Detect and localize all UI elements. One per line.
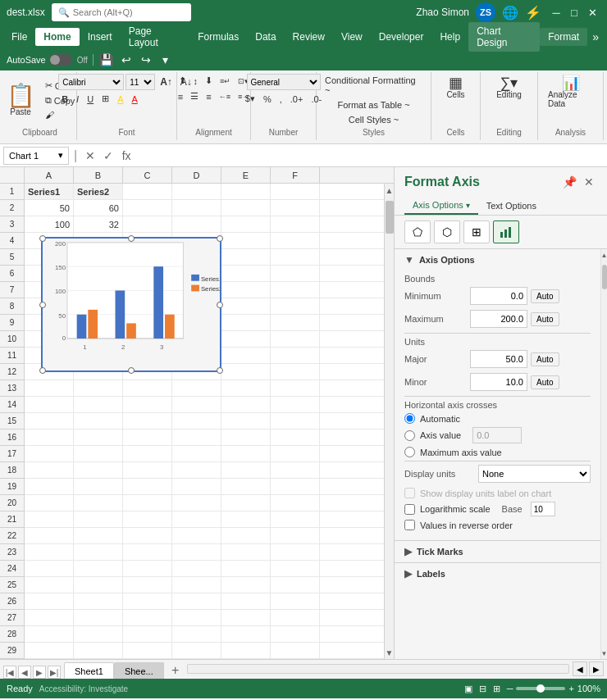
cell[interactable] [74, 380, 123, 396]
sheet-tab-sheet2[interactable]: Shee... [114, 662, 164, 679]
cell[interactable] [221, 430, 271, 445]
cell[interactable] [221, 577, 271, 593]
cell[interactable] [25, 380, 74, 396]
cell[interactable] [123, 626, 172, 642]
cell[interactable] [172, 610, 221, 625]
menu-data[interactable]: Data [247, 28, 284, 46]
row-num-19[interactable]: 19 [0, 479, 24, 495]
row-num-25[interactable]: 25 [0, 577, 24, 593]
save-button[interactable]: 💾 [98, 52, 115, 68]
cell[interactable] [271, 643, 320, 658]
cell[interactable] [74, 528, 123, 543]
cell[interactable]: 50 [25, 200, 74, 216]
cell[interactable] [74, 544, 123, 560]
row-num-5[interactable]: 5 [0, 249, 24, 266]
editing-button[interactable]: ∑▾ Editing [491, 74, 527, 101]
percent-button[interactable]: % [260, 92, 275, 106]
cell[interactable] [221, 495, 271, 511]
cell[interactable] [271, 348, 320, 363]
row-num-6[interactable]: 6 [0, 266, 24, 282]
cell[interactable] [74, 610, 123, 625]
cell[interactable] [271, 364, 320, 380]
row-num-2[interactable]: 2 [0, 200, 24, 216]
zoom-slider[interactable] [516, 687, 565, 690]
cell[interactable] [271, 184, 320, 199]
cell[interactable] [123, 413, 172, 429]
search-box[interactable]: 🔍 [52, 3, 191, 21]
panel-scroll-down-button[interactable]: ▼ [601, 648, 607, 659]
cell[interactable] [271, 216, 320, 232]
cell[interactable] [123, 184, 172, 199]
cell[interactable] [221, 610, 271, 625]
menu-developer[interactable]: Developer [371, 28, 432, 46]
cell[interactable] [74, 561, 123, 576]
cell[interactable] [271, 331, 320, 347]
cell[interactable] [25, 626, 74, 642]
align-bottom-button[interactable]: ⬇ [202, 74, 216, 88]
cell[interactable] [74, 495, 123, 511]
cell[interactable] [172, 643, 221, 658]
chart-container[interactable]: 200 150 100 50 0 [41, 237, 221, 372]
align-top-button[interactable]: ⬆ [176, 74, 189, 88]
menu-view[interactable]: View [333, 28, 371, 46]
cell[interactable] [25, 413, 74, 429]
cell[interactable] [271, 462, 320, 478]
cell[interactable] [172, 593, 221, 609]
axis-options-section-header[interactable]: ▼ Axis Options [395, 249, 600, 270]
minimum-auto-button[interactable]: Auto [531, 289, 559, 303]
cell[interactable] [25, 528, 74, 543]
cell[interactable] [271, 266, 320, 281]
cell[interactable] [221, 216, 271, 232]
cell[interactable] [271, 561, 320, 576]
panel-scroll-thumb[interactable] [602, 265, 607, 289]
row-num-11[interactable]: 11 [0, 348, 24, 364]
cell[interactable] [25, 430, 74, 445]
menu-format[interactable]: Format [540, 28, 587, 46]
cell[interactable] [25, 610, 74, 625]
cell[interactable] [74, 577, 123, 593]
search-input[interactable] [73, 7, 180, 17]
enter-formula-button[interactable]: ✓ [100, 148, 116, 164]
cell[interactable] [221, 266, 271, 281]
cell[interactable] [221, 282, 271, 298]
col-header-B[interactable]: B [74, 167, 123, 183]
row-num-13[interactable]: 13 [0, 380, 24, 397]
cell[interactable] [271, 610, 320, 625]
row-num-18[interactable]: 18 [0, 462, 24, 479]
row-num-20[interactable]: 20 [0, 495, 24, 511]
cell[interactable] [271, 544, 320, 560]
tab-next-button[interactable]: ▶ [33, 666, 46, 679]
horizontal-scrollbar[interactable] [187, 664, 569, 674]
col-header-D[interactable]: D [172, 167, 221, 183]
italic-button[interactable]: I [73, 93, 82, 106]
cell[interactable] [221, 380, 271, 396]
cell[interactable] [271, 528, 320, 543]
page-break-icon[interactable]: ⊞ [493, 684, 500, 694]
cell[interactable] [221, 348, 271, 363]
handle-middle-left[interactable] [39, 302, 46, 308]
cell[interactable] [123, 610, 172, 625]
col-header-C[interactable]: C [123, 167, 172, 183]
cell[interactable] [221, 249, 271, 265]
menu-chart-design[interactable]: Chart Design [468, 22, 540, 52]
bold-button[interactable]: B [58, 93, 71, 106]
cell[interactable] [123, 200, 172, 216]
format-as-table-button[interactable]: Format as Table ~ [334, 98, 413, 111]
analyze-data-button[interactable]: 📊 Analyze Data [543, 74, 598, 110]
cell[interactable] [25, 561, 74, 576]
row-num-22[interactable]: 22 [0, 528, 24, 544]
handle-bottom-right[interactable] [217, 367, 223, 374]
cell[interactable] [25, 479, 74, 494]
cell[interactable] [123, 479, 172, 494]
panel-icon-pentagon[interactable]: ⬠ [404, 220, 431, 243]
panel-icon-hexagon[interactable]: ⬡ [434, 220, 460, 243]
scroll-thumb[interactable] [386, 201, 394, 234]
row-num-14[interactable]: 14 [0, 397, 24, 413]
autosave-toggle-pill[interactable] [49, 54, 72, 66]
page-layout-icon[interactable]: ⊟ [479, 684, 486, 694]
cell[interactable]: 100 [25, 216, 74, 232]
cell[interactable] [123, 446, 172, 461]
base-value-input[interactable] [531, 502, 555, 516]
cell[interactable] [221, 593, 271, 609]
cell[interactable]: Series1 [25, 184, 74, 199]
